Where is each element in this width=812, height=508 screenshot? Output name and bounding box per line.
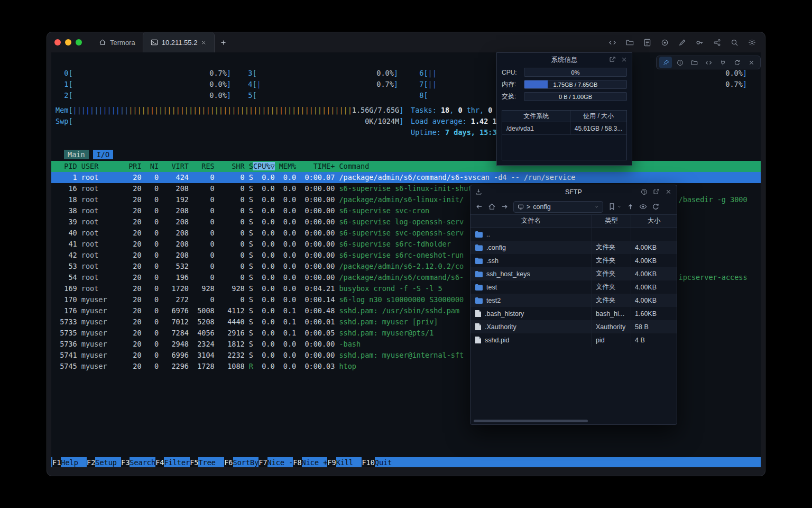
fkey-f6[interactable]: F6 (224, 457, 233, 467)
screen-tab-main[interactable]: Main (64, 150, 89, 159)
folder-icon (475, 244, 483, 251)
code-icon[interactable] (606, 37, 618, 48)
column-header-size[interactable]: 大小 (631, 215, 677, 227)
sysinfo-title: 系统信息 (551, 56, 578, 65)
pin-icon[interactable] (659, 57, 672, 68)
fkey-label-setup[interactable]: Setup (95, 457, 121, 467)
sftp-file-row[interactable]: test文件夹4.00KB (470, 280, 677, 294)
plug-icon[interactable] (716, 57, 729, 68)
fkey-label-kill[interactable]: Kill (336, 457, 362, 467)
transfers-icon[interactable] (475, 188, 482, 195)
share-icon[interactable] (711, 37, 723, 48)
fkey-f3[interactable]: F3 (121, 457, 130, 467)
fkey-label-help[interactable]: Help (61, 457, 87, 467)
cpu-meter-1: 1[0.0%] (56, 79, 231, 90)
process-row-1[interactable]: 1 root 20 0 424 0 0 S 0.0 0.0 0:00.07 /p… (51, 172, 761, 183)
fkey-label-nice[interactable]: Nice - (267, 457, 293, 467)
minimize-window-button[interactable] (65, 39, 71, 46)
sftp-file-row[interactable]: .ssh文件夹4.00KB (470, 254, 677, 267)
refresh-icon[interactable] (731, 57, 743, 68)
fkey-f9[interactable]: F9 (327, 457, 336, 467)
show-hidden-icon[interactable] (639, 203, 647, 211)
app-window: Termora 10.211.55.2 0[0.7%] 1[0.0%] 2[0.… (47, 32, 765, 476)
close-icon[interactable] (621, 56, 628, 63)
close-icon[interactable] (665, 188, 672, 195)
process-table-header[interactable]: PID USER PRI NI VIRT RES SHR SCPU%▽ MEM%… (51, 161, 761, 172)
file-type: 文件夹 (592, 280, 631, 294)
edit-icon[interactable] (676, 37, 688, 48)
fkey-label-search[interactable]: Search (130, 457, 155, 467)
cpu-meter-4: 4[|0.7%] (239, 79, 398, 90)
file-name: .ssh (486, 257, 499, 265)
key-icon[interactable] (694, 37, 705, 48)
fkey-f8[interactable]: F8 (293, 457, 301, 467)
log-icon[interactable] (641, 37, 653, 48)
fkey-f4[interactable]: F4 (155, 457, 164, 467)
tab-home[interactable]: Termora (91, 32, 143, 52)
close-window-button[interactable] (54, 39, 61, 46)
upload-icon[interactable] (626, 203, 634, 211)
fkey-label-quit[interactable]: Quit (375, 457, 401, 467)
sysinfo-titlebar: 系统信息 (497, 53, 632, 67)
cpu-meter-0: 0[0.7%] (56, 68, 231, 79)
cpu-meter-5: 5[ (239, 90, 398, 101)
filesystem-row[interactable]: /dev/vda1 45.61GB / 58.3... (502, 122, 626, 135)
back-icon[interactable] (475, 203, 483, 211)
close-tab-icon[interactable] (201, 40, 207, 46)
close-icon[interactable] (745, 57, 758, 68)
fkey-f7[interactable]: F7 (259, 457, 267, 467)
fkey-label-nice[interactable]: Nice + (302, 457, 328, 467)
fkey-label-tree[interactable]: Tree (198, 457, 224, 467)
settings-icon[interactable] (746, 37, 758, 48)
forward-icon[interactable] (501, 203, 509, 211)
chevron-down-icon[interactable] (617, 204, 622, 209)
sftp-file-row[interactable]: .config文件夹4.00KB (470, 241, 677, 254)
fkey-f5[interactable]: F5 (190, 457, 198, 467)
htop-screen-tabs: Main I/O (64, 149, 113, 160)
folder-icon[interactable] (624, 37, 635, 48)
folder-icon[interactable] (688, 57, 700, 68)
new-tab-button[interactable] (215, 32, 232, 52)
column-header-type[interactable]: 类型 (592, 215, 631, 227)
file-icon (475, 310, 481, 317)
code-icon[interactable] (702, 57, 715, 68)
fkey-f10[interactable]: F10 (362, 457, 374, 467)
refresh-icon[interactable] (652, 203, 660, 211)
tab-home-label: Termora (110, 39, 135, 47)
file-name: .config (486, 244, 506, 251)
horizontal-scrollbar[interactable] (474, 420, 588, 422)
swap-meter: Swp[ 0K/1024M] (56, 116, 403, 127)
open-in-window-icon[interactable] (653, 188, 660, 195)
sysinfo-metric-row: 内存:1.75GB / 7.65GB (502, 80, 627, 89)
file-type: bash_hi... (592, 307, 631, 320)
file-size: 4.00KB (631, 280, 677, 294)
fkey-f2[interactable]: F2 (87, 457, 95, 467)
tab-ssh-session[interactable]: 10.211.55.2 (143, 32, 215, 52)
home-icon[interactable] (488, 203, 496, 211)
help-icon[interactable] (641, 188, 648, 195)
fkey-label-filter[interactable]: Filter (164, 457, 190, 467)
info-icon[interactable] (673, 57, 686, 68)
sftp-file-row[interactable]: .bash_historybash_hi...1.60KB (470, 307, 677, 320)
sysinfo-metric-row: CPU:0% (502, 68, 627, 77)
sftp-file-row[interactable]: ssh_host_keys文件夹4.00KB (470, 267, 677, 280)
sftp-file-row[interactable]: test2文件夹4.00KB (470, 294, 677, 307)
open-in-window-icon[interactable] (609, 56, 616, 63)
column-header-filename[interactable]: 文件名 (470, 215, 592, 227)
record-icon[interactable] (659, 37, 670, 48)
cpu-meter-3: 3[0.0%] (239, 68, 398, 79)
terminal-icon (151, 39, 158, 46)
chevron-down-icon[interactable] (594, 204, 599, 209)
fs-device: /dev/vda1 (502, 122, 570, 134)
fkey-f1[interactable]: F1 (52, 457, 61, 467)
zoom-window-button[interactable] (76, 39, 82, 46)
file-type: 文件夹 (592, 241, 631, 254)
sftp-file-row[interactable]: .XauthorityXauthority58 B (470, 320, 677, 333)
bookmark-icon[interactable] (608, 203, 616, 211)
fkey-label-sortby[interactable]: SortBy (233, 457, 259, 467)
sftp-file-row[interactable]: sshd.pidpid4 B (470, 333, 677, 347)
sftp-file-row[interactable]: .. (470, 228, 677, 241)
path-breadcrumb[interactable]: > config (513, 201, 603, 213)
screen-tab-io[interactable]: I/O (93, 150, 113, 159)
search-icon[interactable] (728, 37, 740, 48)
